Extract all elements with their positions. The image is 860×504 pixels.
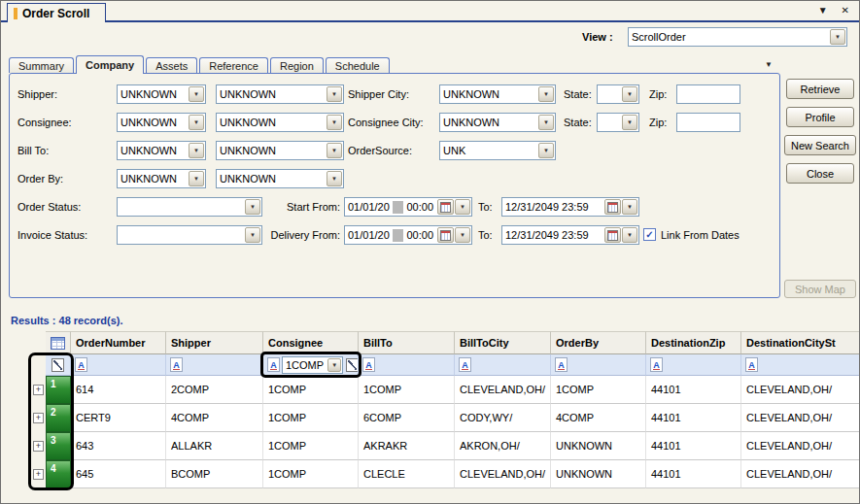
dropdown-button[interactable]: ▼ bbox=[538, 86, 554, 102]
minimize-icon[interactable]: ▼ bbox=[818, 5, 828, 16]
tab-schedule[interactable]: Schedule bbox=[326, 57, 390, 73]
column-header-destinationzip[interactable]: DestinationZip bbox=[646, 331, 741, 354]
link-from-dates-checkbox[interactable]: ✓ bbox=[643, 228, 656, 241]
filter-cell-billto[interactable]: A bbox=[359, 354, 455, 376]
filter-a-icon[interactable]: A bbox=[362, 357, 375, 372]
ordersource-combo[interactable]: UNK ▼ bbox=[439, 141, 556, 160]
dropdown-button[interactable]: ▼ bbox=[622, 227, 637, 243]
filter-a-icon[interactable]: A bbox=[459, 357, 471, 372]
view-select[interactable]: ScrollOrder ▼ bbox=[628, 27, 847, 47]
filter-cell-shipper[interactable]: A bbox=[166, 354, 263, 376]
tab-summary[interactable]: Summary bbox=[9, 57, 74, 73]
shipper-combo-1[interactable]: UNKNOWN ▼ bbox=[117, 84, 206, 104]
retrieve-button[interactable]: Retrieve bbox=[786, 79, 854, 99]
column-header-ordernumber[interactable]: OrderNumber bbox=[71, 331, 166, 354]
calendar-button[interactable] bbox=[437, 199, 454, 215]
filter-cell-billtocity[interactable]: A bbox=[455, 354, 551, 376]
calendar-button[interactable] bbox=[604, 227, 621, 243]
consignee-state-combo[interactable]: ▼ bbox=[597, 113, 639, 132]
dropdown-button[interactable]: ▼ bbox=[189, 143, 204, 158]
dropdown-button[interactable]: ▼ bbox=[327, 143, 342, 158]
table-row[interactable]: + 2 CERT9 4COMP 1COMP 6COMP CODY,WY/ 4CO… bbox=[30, 404, 860, 432]
show-map-button[interactable]: Show Map bbox=[784, 280, 856, 298]
select-all-cell[interactable] bbox=[46, 331, 71, 354]
table-row[interactable]: + 3 643 ALLAKR 1COMP AKRAKR AKRON,OH/ UN… bbox=[30, 432, 860, 460]
shipper-combo-2[interactable]: UNKNOWN ▼ bbox=[216, 84, 344, 104]
column-header-orderby[interactable]: OrderBy bbox=[551, 331, 646, 354]
calendar-button[interactable] bbox=[437, 227, 454, 243]
window-title-tab[interactable]: Order Scroll bbox=[7, 3, 106, 22]
tab-assets[interactable]: Assets bbox=[146, 57, 197, 73]
view-dropdown-button[interactable]: ▼ bbox=[830, 29, 845, 45]
tab-company[interactable]: Company bbox=[76, 55, 144, 74]
dropdown-button[interactable]: ▼ bbox=[189, 86, 204, 102]
expand-row-icon[interactable]: + bbox=[33, 413, 44, 423]
tab-overflow-icon[interactable]: ▼ bbox=[765, 60, 773, 69]
dropdown-button[interactable]: ▼ bbox=[455, 199, 470, 215]
dropdown-button[interactable]: ▼ bbox=[189, 171, 204, 186]
close-icon[interactable]: ✕ bbox=[842, 5, 849, 16]
filter-a-icon[interactable]: A bbox=[650, 357, 663, 372]
filter-cell-ordernumber[interactable]: A bbox=[71, 354, 166, 376]
dropdown-button[interactable]: ▼ bbox=[327, 171, 342, 186]
column-header-billtocity[interactable]: BillToCity bbox=[455, 331, 551, 354]
delivery-to-date[interactable]: 12/31/2049 23:59 ▼ bbox=[501, 225, 639, 245]
orderby-combo-2[interactable]: UNKNOWN ▼ bbox=[216, 169, 344, 188]
billto-combo-2[interactable]: UNKNOWN ▼ bbox=[216, 141, 344, 160]
orderby-combo-1[interactable]: UNKNOWN ▼ bbox=[117, 169, 206, 188]
filter-cell-destinationzip[interactable]: A bbox=[646, 354, 741, 376]
filter-a-icon[interactable]: A bbox=[267, 357, 280, 372]
filter-a-icon[interactable]: A bbox=[170, 357, 183, 372]
expand-row-icon[interactable]: + bbox=[33, 441, 44, 452]
billto-combo-1[interactable]: UNKNOWN ▼ bbox=[117, 141, 206, 160]
dropdown-button[interactable]: ▼ bbox=[455, 227, 470, 243]
consignee-combo-2[interactable]: UNKNOWN ▼ bbox=[216, 113, 344, 132]
shipper-zip-input[interactable] bbox=[676, 84, 740, 104]
dropdown-button[interactable]: ▼ bbox=[189, 115, 204, 130]
dropdown-button[interactable]: ▼ bbox=[622, 115, 637, 130]
delivery-from-date[interactable]: 01/01/20 00:00 ▼ bbox=[344, 225, 472, 245]
filter-cell-destinationcityst[interactable]: A bbox=[741, 354, 860, 376]
consignee-zip-input[interactable] bbox=[676, 113, 740, 132]
table-row[interactable]: + 1 614 2COMP 1COMP 1COMP CLEVELAND,OH/ … bbox=[30, 376, 860, 404]
row-header[interactable]: 3 bbox=[46, 432, 71, 460]
dropdown-button[interactable]: ▼ bbox=[538, 143, 554, 158]
column-header-destinationcityst[interactable]: DestinationCitySt bbox=[741, 331, 860, 354]
dropdown-button[interactable]: ▼ bbox=[327, 86, 342, 102]
calendar-button[interactable] bbox=[604, 199, 621, 215]
expand-row-icon[interactable]: + bbox=[33, 385, 44, 395]
shipper-city-combo[interactable]: UNKNOWN ▼ bbox=[439, 84, 556, 104]
consignee-filter-combo[interactable]: 1COMP ▼ bbox=[282, 356, 343, 374]
close-button[interactable]: Close bbox=[786, 163, 854, 184]
order-status-combo[interactable]: ▼ bbox=[117, 197, 262, 217]
column-header-consignee[interactable]: Consignee bbox=[263, 331, 359, 354]
invoice-status-combo[interactable]: ▼ bbox=[117, 225, 262, 245]
row-header[interactable]: 4 bbox=[46, 460, 71, 488]
filter-cell-orderby[interactable]: A bbox=[551, 354, 646, 376]
table-row[interactable]: + 4 645 BCOMP 1COMP CLECLE CLEVELAND,OH/… bbox=[30, 460, 860, 488]
consignee-combo-1[interactable]: UNKNOWN ▼ bbox=[117, 113, 206, 132]
row-header[interactable]: 2 bbox=[46, 404, 71, 432]
dropdown-button[interactable]: ▼ bbox=[327, 115, 342, 130]
tab-reference[interactable]: Reference bbox=[199, 57, 268, 73]
clear-filter-icon[interactable] bbox=[346, 358, 359, 372]
filter-a-icon[interactable]: A bbox=[555, 357, 568, 372]
shipper-state-combo[interactable]: ▼ bbox=[597, 84, 639, 104]
row-header[interactable]: 1 bbox=[46, 376, 71, 404]
filter-cell-consignee[interactable]: A 1COMP ▼ bbox=[263, 354, 359, 376]
column-header-billto[interactable]: BillTo bbox=[359, 331, 455, 354]
dropdown-button[interactable]: ▼ bbox=[622, 86, 637, 102]
dropdown-button[interactable]: ▼ bbox=[622, 199, 637, 215]
new-search-button[interactable]: New Search bbox=[784, 135, 856, 155]
column-header-shipper[interactable]: Shipper bbox=[166, 331, 263, 354]
profile-button[interactable]: Profile bbox=[786, 107, 854, 127]
filter-a-icon[interactable]: A bbox=[75, 357, 87, 372]
tab-region[interactable]: Region bbox=[270, 57, 324, 73]
expand-row-icon[interactable]: + bbox=[33, 469, 44, 480]
consignee-city-combo[interactable]: UNKNOWN ▼ bbox=[439, 113, 556, 132]
dropdown-button[interactable]: ▼ bbox=[327, 358, 341, 372]
start-from-date[interactable]: 01/01/20 00:00 ▼ bbox=[344, 197, 472, 217]
clear-filter-cell[interactable] bbox=[46, 354, 71, 376]
dropdown-button[interactable]: ▼ bbox=[538, 115, 554, 130]
filter-a-icon[interactable]: A bbox=[745, 357, 758, 372]
